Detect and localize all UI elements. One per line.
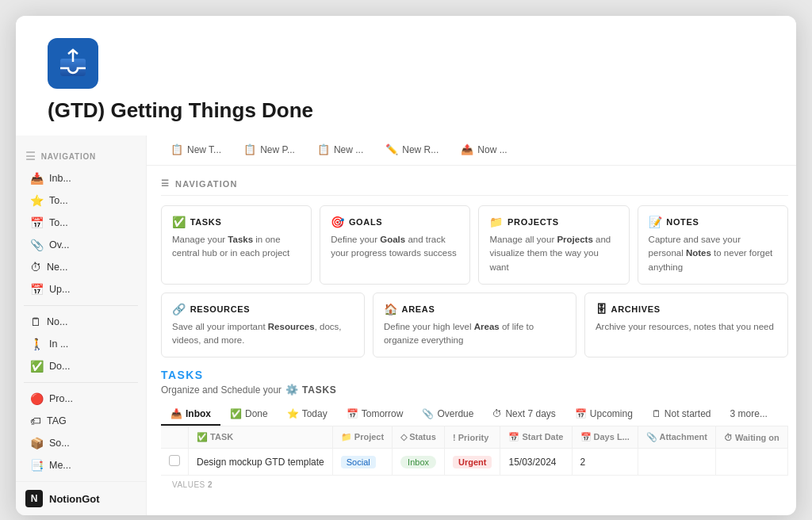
- tomorrow-tab-label: Tomorrow: [362, 408, 404, 419]
- tab-new-t[interactable]: 📋 New T...: [159, 136, 232, 165]
- paperclip-icon: 📎: [30, 239, 44, 251]
- task-tab-next7[interactable]: ⏱ Next 7 days: [483, 403, 565, 426]
- areas-desc: Define your high level Areas of life to …: [384, 320, 565, 348]
- projects-icon: 📁: [489, 216, 504, 228]
- sidebar-item-overdue[interactable]: 📎 Ov...: [19, 235, 143, 255]
- nav-card-goals[interactable]: 🎯 GOALS Define your Goals and track your…: [320, 205, 470, 285]
- nav-card-resources-title: 🔗 RESOURCES: [172, 303, 354, 315]
- tomorrow-tab-icon: 📅: [347, 408, 358, 419]
- daysleft-value: 2: [580, 457, 586, 468]
- task-tab-notstarted[interactable]: 🗒 Not started: [642, 403, 721, 426]
- task-tab-done[interactable]: ✅ Done: [220, 403, 278, 426]
- nav-card-tasks[interactable]: ✅ TASKS Manage your Tasks in one central…: [161, 205, 312, 285]
- calendar2-icon: 📅: [30, 283, 44, 296]
- sidebar-item-label: To...: [49, 217, 68, 228]
- row-checkbox-cell[interactable]: [161, 449, 189, 476]
- tasks-subtitle-icon: ⚙️: [285, 384, 298, 396]
- tab-new-r[interactable]: ✏️ New R...: [374, 136, 450, 165]
- row-checkbox[interactable]: [169, 455, 180, 466]
- row-waitingon: [715, 449, 787, 476]
- areas-title-label: AREAS: [402, 304, 435, 314]
- sidebar-item-tomorrow[interactable]: 📅 To...: [19, 212, 143, 233]
- nav-card-notes-title: 📝 NOTES: [649, 216, 777, 228]
- startdate-value: 15/03/2024: [508, 457, 556, 468]
- nav-card-projects[interactable]: 📁 PROJECTS Manage all your Projects and …: [478, 205, 629, 285]
- tab-t-label: New T...: [187, 144, 221, 155]
- sidebar-item-next7[interactable]: ⏱ Ne...: [19, 257, 143, 277]
- nav-card-archives-title: 🗄 ARCHIVES: [596, 303, 777, 315]
- resources-title-label: RESOURCES: [190, 304, 251, 314]
- tasks-table: ✅ TASK 📁 Project ◇ Status ! Priority: [161, 426, 788, 476]
- projects-desc: Manage all your Projects and visualize t…: [489, 233, 618, 274]
- more-tab-label: 3 more...: [730, 408, 768, 419]
- today-tab-label: Today: [302, 408, 327, 419]
- row-attachment: [638, 449, 715, 476]
- nav-card-projects-title: 📁 PROJECTS: [489, 216, 618, 228]
- sidebar-item-today[interactable]: ⭐ To...: [19, 190, 143, 211]
- nav-menu-icon: ☰: [161, 178, 170, 189]
- sidebar-divider: [24, 305, 138, 306]
- tag-icon: 🏷: [30, 415, 41, 427]
- task-tab-inbox[interactable]: 📥 Inbox: [161, 403, 220, 426]
- nav-card-resources[interactable]: 🔗 RESOURCES Save all your important Reso…: [161, 292, 365, 358]
- top-tabs-bar: 📋 New T... 📋 New P... 📋 New ... ✏️ New R…: [147, 136, 796, 166]
- col-startdate-label: 📅 Start Date: [508, 432, 563, 442]
- task-tab-tomorrow[interactable]: 📅 Tomorrow: [337, 403, 413, 426]
- tab-p-icon: 📋: [243, 143, 256, 155]
- nav-card-goals-title: 🎯 GOALS: [331, 216, 459, 228]
- notstarted-tab-icon: 🗒: [652, 408, 661, 419]
- tab-now[interactable]: 📤 Now ...: [450, 136, 518, 165]
- check-icon: ✅: [30, 360, 44, 373]
- sidebar-header: ☰ NAVIGATION: [16, 143, 146, 167]
- col-task: ✅ TASK: [189, 426, 333, 449]
- task-tab-upcoming[interactable]: 📅 Upcoming: [565, 403, 642, 426]
- inbox-tab-icon: 📥: [170, 408, 182, 419]
- tab-new-n[interactable]: 📋 New ...: [306, 136, 374, 165]
- today-tab-icon: ⭐: [287, 408, 299, 419]
- sidebar-item-inbox[interactable]: 📥 Inb...: [19, 168, 143, 189]
- sidebar-item-inprogress[interactable]: 🚶 In ...: [19, 334, 143, 354]
- calendar-icon: 📅: [30, 216, 44, 229]
- task-tab-more[interactable]: 3 more...: [721, 403, 777, 426]
- tab-now-label: Now ...: [477, 144, 507, 155]
- notion-logo: N: [25, 490, 43, 507]
- col-checkbox: [161, 426, 189, 449]
- sidebar-item-label: TAG: [47, 415, 67, 426]
- areas-icon: 🏠: [384, 303, 398, 315]
- sidebar-item-label: So...: [49, 438, 70, 449]
- nav-cards-row1: ✅ TASKS Manage your Tasks in one central…: [161, 205, 788, 285]
- col-daysleft-label: 📅 Days L...: [580, 432, 630, 442]
- priority-badge: Urgent: [453, 456, 492, 468]
- table-header-row: ✅ TASK 📁 Project ◇ Status ! Priority: [161, 426, 787, 449]
- task-tab-today[interactable]: ⭐ Today: [278, 403, 337, 426]
- star-icon: ⭐: [30, 194, 44, 207]
- goals-title-label: GOALS: [349, 217, 382, 227]
- sidebar-item-me[interactable]: 📑 Me...: [19, 455, 143, 476]
- goals-icon: 🎯: [331, 216, 345, 228]
- tasks-icon: ✅: [172, 216, 186, 228]
- upcoming-tab-icon: 📅: [575, 408, 587, 419]
- col-startdate: 📅 Start Date: [500, 426, 572, 449]
- nav-card-areas-title: 🏠 AREAS: [384, 303, 565, 315]
- sidebar-item-upcoming[interactable]: 📅 Up...: [19, 279, 143, 300]
- sidebar-item-projects[interactable]: 🔴 Pro...: [19, 388, 143, 409]
- col-attachment-label: 📎 Attachment: [646, 432, 707, 442]
- col-priority: ! Priority: [445, 426, 500, 449]
- sidebar: ☰ NAVIGATION 📥 Inb... ⭐ To... 📅 To... 📎 …: [16, 136, 147, 515]
- nav-card-areas[interactable]: 🏠 AREAS Define your high level Areas of …: [373, 292, 576, 358]
- sidebar-item-notstarted[interactable]: 🗒 No...: [19, 312, 143, 332]
- tab-new-p[interactable]: 📋 New P...: [232, 136, 306, 165]
- overdue-tab-icon: 📎: [422, 408, 434, 419]
- sidebar-item-label: Pro...: [49, 393, 73, 404]
- sidebar-item-social[interactable]: 📦 So...: [19, 433, 143, 453]
- nav-card-archives[interactable]: 🗄 ARCHIVES Archive your resources, notes…: [584, 292, 788, 358]
- overdue-tab-label: Overdue: [437, 408, 473, 419]
- sidebar-item-label: In ...: [49, 338, 68, 350]
- nav-card-notes[interactable]: 📝 NOTES Capture and save your personal N…: [638, 205, 788, 285]
- col-status: ◇ Status: [393, 426, 445, 449]
- sidebar-item-done[interactable]: ✅ Do...: [19, 356, 143, 377]
- tab-n-icon: 📋: [317, 143, 330, 155]
- task-tab-overdue[interactable]: 📎 Overdue: [412, 403, 483, 426]
- nav-cards-row2: 🔗 RESOURCES Save all your important Reso…: [161, 292, 788, 358]
- sidebar-item-tags[interactable]: 🏷 TAG: [19, 411, 143, 431]
